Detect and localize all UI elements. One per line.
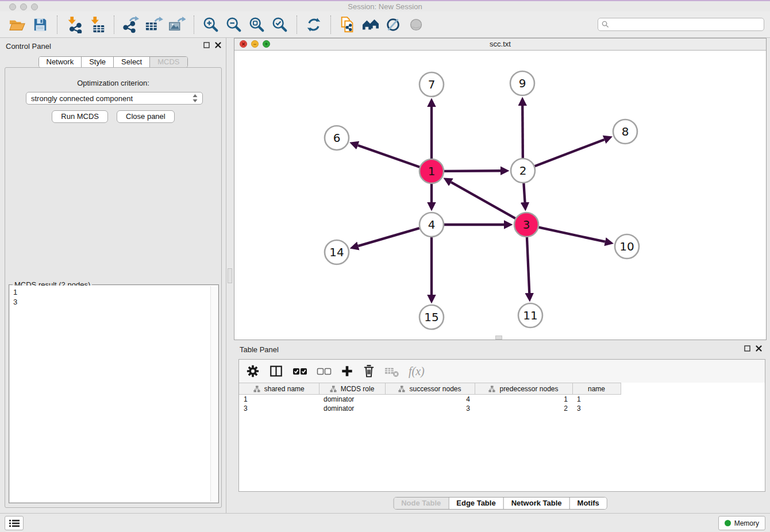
column-header-successor-nodes[interactable]: successor nodes bbox=[385, 383, 475, 395]
zoom-out-icon bbox=[225, 16, 242, 33]
graph-node-label-9: 9 bbox=[519, 76, 526, 90]
graph-edge-1-2[interactable] bbox=[444, 171, 500, 171]
export-image-button[interactable] bbox=[165, 14, 188, 36]
save-floppy-icon bbox=[32, 17, 48, 33]
clone-network-button[interactable] bbox=[336, 14, 359, 36]
graph-edge-3-10[interactable] bbox=[538, 228, 605, 242]
import-network-button[interactable] bbox=[63, 14, 86, 36]
graph-edge-2-8[interactable] bbox=[535, 140, 605, 166]
network-graph[interactable]: 7968124314101511 bbox=[234, 51, 766, 340]
split-table-view-button[interactable] bbox=[269, 364, 283, 378]
graph-edge-2-9[interactable] bbox=[522, 106, 523, 158]
node-table: shared name MCDS role successor nodes pr… bbox=[239, 383, 621, 413]
open-session-button[interactable] bbox=[6, 14, 29, 36]
refresh-button[interactable] bbox=[302, 14, 325, 36]
float-panel-icon[interactable] bbox=[203, 42, 210, 48]
node-table-container: f(x) shared name MCDS role bbox=[238, 359, 765, 492]
tab-select[interactable]: Select bbox=[113, 57, 149, 67]
zoom-in-button[interactable] bbox=[199, 14, 222, 36]
export-table-button[interactable] bbox=[143, 14, 165, 36]
graph-node-label-8: 8 bbox=[622, 125, 629, 138]
hide-graphics-details-button[interactable] bbox=[382, 14, 405, 36]
show-graphics-details-button[interactable] bbox=[405, 14, 428, 36]
save-session-button[interactable] bbox=[29, 14, 52, 36]
tab-motifs[interactable]: Motifs bbox=[569, 498, 607, 509]
tab-node-table[interactable]: Node Table bbox=[394, 498, 448, 509]
float-panel-icon[interactable] bbox=[744, 345, 750, 352]
deselect-all-columns-button[interactable] bbox=[317, 367, 332, 376]
select-all-columns-button[interactable] bbox=[292, 367, 307, 376]
graph-edge-3-11[interactable] bbox=[527, 237, 529, 293]
cell-shared-name[interactable]: 1 bbox=[239, 395, 319, 404]
table-toolbar: f(x) bbox=[239, 360, 765, 383]
add-column-button[interactable] bbox=[341, 365, 353, 377]
memory-button[interactable]: Memory bbox=[718, 516, 765, 530]
graph-edge-1-6[interactable] bbox=[358, 145, 419, 167]
table-settings-button[interactable] bbox=[246, 364, 260, 378]
graph-edge-4-14[interactable] bbox=[358, 228, 419, 246]
delete-column-button[interactable] bbox=[363, 364, 375, 378]
home-view-button[interactable] bbox=[359, 14, 382, 36]
cell-name[interactable]: 3 bbox=[572, 404, 621, 413]
delete-table-button-disabled bbox=[384, 364, 399, 378]
column-header-shared-name[interactable]: shared name bbox=[239, 383, 319, 395]
cell-mcds-role[interactable]: dominator bbox=[319, 404, 385, 413]
mcds-result-text[interactable]: 1 3 bbox=[10, 286, 218, 502]
gear-icon bbox=[246, 364, 260, 378]
dropdown-value: strongly connected component bbox=[31, 94, 192, 103]
column-header-mcds-role[interactable]: MCDS role bbox=[319, 383, 385, 395]
graph-node-label-7: 7 bbox=[428, 78, 436, 91]
import-table-button[interactable] bbox=[86, 14, 109, 36]
optimization-criterion-dropdown[interactable]: strongly connected component bbox=[26, 92, 203, 105]
zoom-fit-button[interactable] bbox=[245, 14, 268, 36]
tab-network[interactable]: Network bbox=[38, 57, 81, 67]
search-input[interactable] bbox=[611, 20, 760, 29]
result-line: 3 bbox=[13, 297, 214, 307]
run-mcds-button[interactable]: Run MCDS bbox=[52, 110, 108, 123]
network-canvas[interactable]: 7968124314101511 bbox=[234, 51, 766, 340]
close-panel-icon[interactable] bbox=[215, 42, 221, 48]
mcds-result-group: MCDS result (2 nodes) 1 3 bbox=[9, 284, 219, 503]
splitter-grip-horizontal[interactable] bbox=[495, 336, 502, 340]
table-panel-title: Table Panel bbox=[240, 345, 279, 354]
cell-predecessor-nodes[interactable]: 1 bbox=[475, 395, 572, 404]
graph-edge-3-1[interactable] bbox=[451, 182, 515, 218]
import-table-icon bbox=[88, 16, 106, 33]
splitter-grip-vertical[interactable] bbox=[228, 268, 232, 283]
tab-style[interactable]: Style bbox=[81, 57, 113, 67]
window-title: Session: New Session bbox=[0, 2, 770, 11]
graph-node-label-15: 15 bbox=[424, 310, 438, 324]
zoom-selected-button[interactable] bbox=[268, 14, 291, 36]
cell-successor-nodes[interactable]: 3 bbox=[385, 404, 475, 413]
column-header-name[interactable]: name bbox=[572, 383, 621, 395]
column-header-predecessor-nodes[interactable]: predecessor nodes bbox=[475, 383, 572, 395]
toolbar-separator bbox=[194, 16, 194, 34]
cell-predecessor-nodes[interactable]: 2 bbox=[475, 404, 572, 413]
tab-mcds[interactable]: MCDS bbox=[149, 57, 187, 67]
graph-edge-2-3[interactable] bbox=[523, 183, 525, 202]
hierarchy-icon bbox=[253, 385, 260, 392]
network-window-titlebar[interactable]: ✕ − + scc.txt bbox=[234, 38, 766, 51]
control-panel-tabs: Network Style Select MCDS bbox=[38, 56, 187, 68]
main-toolbar bbox=[0, 11, 770, 38]
close-panel-icon[interactable] bbox=[756, 345, 762, 352]
zoom-out-button[interactable] bbox=[222, 14, 245, 36]
table-row[interactable]: 1 dominator 4 1 1 bbox=[239, 395, 621, 404]
export-network-button[interactable] bbox=[120, 14, 143, 36]
tab-edge-table[interactable]: Edge Table bbox=[448, 498, 503, 509]
slashed-circle-icon bbox=[385, 16, 402, 33]
cell-mcds-role[interactable]: dominator bbox=[319, 395, 385, 404]
tab-network-table[interactable]: Network Table bbox=[503, 498, 569, 509]
cell-shared-name[interactable]: 3 bbox=[239, 404, 319, 413]
close-panel-button[interactable]: Close panel bbox=[117, 110, 175, 123]
hierarchy-icon bbox=[330, 385, 337, 392]
table-row[interactable]: 3 dominator 3 2 3 bbox=[239, 404, 621, 413]
task-history-button[interactable] bbox=[5, 516, 24, 530]
cell-name[interactable]: 1 bbox=[572, 395, 621, 404]
memory-status-icon bbox=[725, 520, 731, 526]
result-scrollbar[interactable] bbox=[210, 286, 217, 502]
table-panel: Table Panel bbox=[234, 342, 767, 511]
graph-node-label-14: 14 bbox=[329, 245, 344, 259]
graph-node-label-11: 11 bbox=[523, 309, 537, 322]
cell-successor-nodes[interactable]: 4 bbox=[385, 395, 475, 404]
